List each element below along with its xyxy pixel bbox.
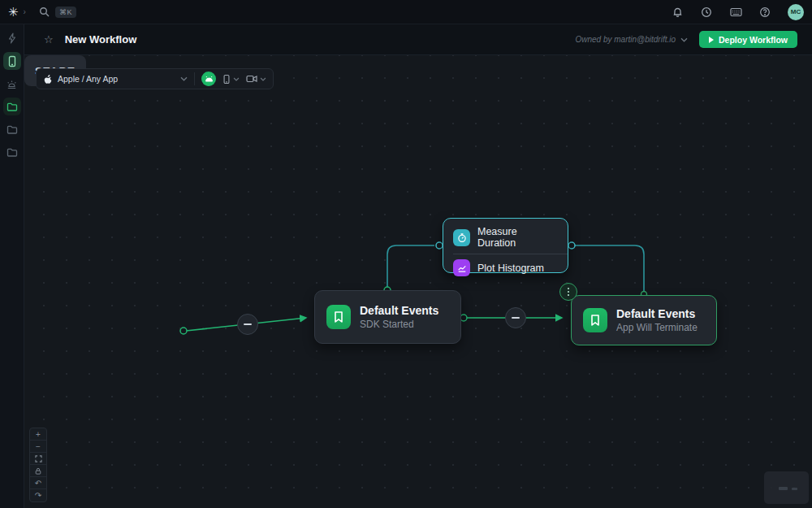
node-actions-menu: Measure Duration Plot Histogram	[443, 218, 568, 273]
screen-capture-selector[interactable]	[246, 75, 266, 83]
stopwatch-icon	[453, 229, 470, 246]
zoom-in-button[interactable]: +	[30, 428, 46, 441]
sidebar-item-folder-2[interactable]	[3, 120, 21, 138]
kebab-dot	[568, 288, 569, 289]
menu-item-label: Plot Histogram	[477, 263, 544, 274]
canvas-toolbar: Apple / Any App	[36, 68, 274, 89]
sidebar-item-automations[interactable]	[3, 29, 21, 47]
canvas-controls: + − ↶ ↷	[29, 428, 47, 502]
help-icon[interactable]	[758, 6, 771, 19]
chevron-down-icon	[260, 77, 266, 81]
minimap-node	[792, 488, 797, 490]
menu-item-label: Measure Duration	[477, 226, 558, 249]
folder-icon	[6, 102, 18, 111]
folder-icon	[6, 124, 18, 134]
user-avatar[interactable]: MC	[788, 4, 804, 20]
minimap-node	[779, 487, 788, 490]
menu-item-measure-duration[interactable]: Measure Duration	[443, 224, 568, 251]
minus-icon	[244, 323, 252, 325]
left-sidebar	[0, 24, 24, 508]
lock-interactivity-button[interactable]	[30, 465, 46, 477]
node-subtitle: SDK Started	[360, 319, 438, 332]
chevron-down-icon	[680, 37, 688, 42]
search-shortcut-badge: ⌘K	[55, 7, 76, 18]
sidebar-item-workflows-folder[interactable]	[3, 98, 21, 115]
notifications-bell-icon[interactable]	[671, 6, 684, 19]
fit-view-icon	[35, 455, 42, 462]
alarm-icon	[6, 79, 17, 89]
edge-collapse-button-2[interactable]	[505, 307, 526, 328]
phone-icon	[7, 55, 17, 67]
lightning-icon	[7, 33, 17, 44]
menu-item-plot-histogram[interactable]: Plot Histogram	[443, 257, 568, 279]
global-search[interactable]: ⌘K	[39, 7, 76, 18]
platform-android-toggle[interactable]	[201, 72, 216, 86]
fit-view-button[interactable]	[30, 453, 46, 465]
keyboard-shortcuts-icon[interactable]	[729, 6, 742, 19]
sidebar-expand-chevron-icon[interactable]: ›	[24, 7, 26, 16]
node-default-events-app-will-terminate[interactable]: Default Events App Will Terminate	[571, 295, 717, 345]
node-subtitle: App Will Terminate	[616, 322, 698, 335]
node-title: Default Events	[360, 303, 438, 319]
histogram-chart-icon	[453, 259, 470, 276]
deploy-workflow-label: Deploy Workflow	[719, 35, 788, 45]
minus-icon	[512, 317, 520, 319]
workflow-header: ☆ New Workflow Owned by martin@bitdrift.…	[24, 24, 812, 55]
bookmark-icon	[326, 305, 351, 329]
owner-selector[interactable]: Owned by martin@bitdrift.io	[575, 35, 688, 44]
app-selector-label: Apple / Any App	[58, 74, 118, 84]
top-bar: ✳ › ⌘K MC	[0, 0, 812, 24]
chevron-down-icon	[233, 77, 240, 81]
workflow-editor-app: ✳ › ⌘K MC	[0, 0, 812, 508]
edge-collapse-button-1[interactable]	[237, 314, 258, 335]
phone-icon	[222, 74, 231, 85]
page-title: New Workflow	[65, 33, 137, 46]
kebab-dot	[568, 291, 569, 293]
minimap[interactable]	[764, 471, 809, 504]
bitdrift-logo-icon: ✳	[8, 6, 19, 18]
owner-label: Owned by martin@bitdrift.io	[575, 35, 676, 44]
bookmark-icon	[583, 308, 607, 332]
deploy-workflow-button[interactable]: Deploy Workflow	[699, 31, 797, 48]
sidebar-item-devices[interactable]	[3, 52, 21, 70]
chevron-down-icon	[180, 76, 188, 81]
sidebar-item-alerts[interactable]	[3, 75, 21, 93]
history-clock-icon[interactable]	[700, 6, 713, 19]
folder-icon	[6, 147, 18, 157]
workflow-edges	[24, 55, 812, 508]
video-camera-icon	[246, 75, 257, 83]
workflow-canvas[interactable]: Apple / Any App	[24, 55, 812, 508]
device-selector[interactable]	[222, 74, 240, 85]
undo-button[interactable]: ↶	[30, 477, 46, 489]
search-icon	[39, 7, 50, 17]
zoom-out-button[interactable]: −	[30, 441, 46, 453]
node-title: Default Events	[616, 306, 698, 322]
favorite-star-icon[interactable]: ☆	[44, 33, 54, 46]
toolbar-divider	[194, 72, 195, 85]
node-default-events-sdk-started[interactable]: Default Events SDK Started	[314, 290, 461, 344]
lock-icon	[35, 467, 41, 475]
apple-icon	[43, 74, 52, 85]
android-icon	[205, 76, 214, 82]
app-selector-dropdown[interactable]: Apple / Any App	[43, 74, 188, 85]
sidebar-item-folder-3[interactable]	[3, 143, 21, 161]
menu-divider	[453, 254, 568, 254]
redo-button[interactable]: ↷	[30, 489, 46, 501]
node-options-kebab-button[interactable]	[559, 283, 577, 301]
top-bar-actions: MC	[671, 4, 804, 20]
play-icon	[709, 37, 714, 43]
kebab-dot	[568, 294, 569, 296]
